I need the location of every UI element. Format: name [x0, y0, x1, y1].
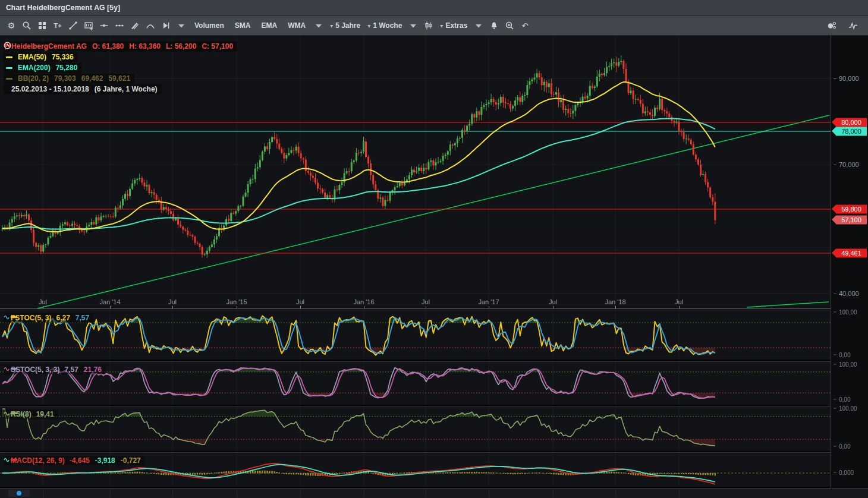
- date-range-detail: (6 Jahre, 1 Woche): [95, 85, 158, 94]
- undo-icon[interactable]: ↶: [517, 18, 533, 33]
- legend-ema200-row[interactable]: EMA(200) 75,280: [4, 63, 81, 73]
- price-axis-tick: 70,000: [834, 161, 859, 168]
- price-flag-57100: 57,100: [836, 216, 867, 225]
- toolbar-left-group: ⚙T+VolumenSMAEMAWMA▾5 Jahre▾1 Woche▾Extr…: [0, 16, 533, 35]
- price-flag-78000: 78,000: [836, 127, 867, 136]
- tools-dropdown-icon[interactable]: [174, 18, 189, 33]
- indicator-settings-icon[interactable]: [81, 18, 96, 33]
- rsi-panel[interactable]: RSI(8) 19,41: [0, 406, 831, 451]
- toolbar-right-group: [824, 16, 868, 35]
- sstoc-canvas[interactable]: [0, 362, 831, 405]
- arc-tool-icon[interactable]: [143, 18, 158, 33]
- settings-gear-icon[interactable]: ⚙: [4, 18, 19, 33]
- ema-button[interactable]: EMA: [256, 18, 282, 33]
- ma-dropdown-icon[interactable]: [311, 18, 326, 33]
- price-panel-legend: HeidelbergCement AG O: 61,380 H: 63,360 …: [4, 42, 237, 94]
- extras-select-value: Extras: [445, 21, 467, 30]
- volumen-button[interactable]: Volumen: [189, 18, 229, 33]
- add-text-icon[interactable]: T+: [50, 18, 65, 33]
- bottom-bar-separator: [43, 490, 43, 497]
- extras-dropdown-icon[interactable]: [471, 18, 486, 33]
- fibonacci-tool-icon[interactable]: [112, 18, 127, 33]
- window-title: Chart HeidelbergCement AG [5y]: [0, 4, 120, 12]
- price-panel[interactable]: HeidelbergCement AG O: 61,380 H: 63,360 …: [0, 36, 831, 309]
- zoom-in-icon[interactable]: [502, 18, 517, 33]
- sstoc-panel[interactable]: SSTOC(5, 3, 3) 7,5721,76: [0, 361, 831, 405]
- rsi-canvas[interactable]: [0, 406, 831, 451]
- fstoc-axis-100: 100,00: [834, 309, 857, 316]
- layout-grid-icon[interactable]: [34, 18, 50, 33]
- macd-axis-zero: 0,000: [834, 469, 854, 476]
- sma-button[interactable]: SMA: [229, 18, 256, 33]
- bottom-bar-separator: [110, 490, 111, 497]
- bottom-bar-separator: [489, 490, 489, 497]
- ema200-label: EMA(200): [18, 64, 51, 73]
- legend-ema50-row[interactable]: EMA(50) 75,336: [4, 52, 78, 62]
- close-value: C: 57,100: [202, 42, 233, 51]
- sstoc-label: SSTOC(5, 3, 3): [11, 365, 59, 374]
- timeframe-select[interactable]: ▾1 Woche: [364, 18, 405, 33]
- macd-value-1: -3,918: [95, 456, 115, 465]
- bottom-bar-separator: [553, 490, 553, 497]
- bollinger-label: BB(20, 2): [18, 74, 49, 83]
- sstoc-legend[interactable]: SSTOC(5, 3, 3) 7,5721,76: [4, 365, 106, 374]
- legend-instrument-row[interactable]: HeidelbergCement AG O: 61,380 H: 63,360 …: [4, 42, 237, 52]
- macd-panel[interactable]: MACD(12, 26, 9) -4,645-3,918-0,727: [0, 452, 831, 487]
- macd-legend[interactable]: MACD(12, 26, 9) -4,645-3,918-0,727: [4, 456, 145, 465]
- low-value: L: 56,200: [166, 42, 196, 51]
- bottom-scrollbar[interactable]: [0, 488, 868, 498]
- bottom-bar-separator: [679, 490, 680, 497]
- rsi-axis-100: 100,00: [834, 405, 857, 412]
- svg-text:T+: T+: [54, 22, 61, 29]
- range-select[interactable]: ▾5 Jahre: [326, 18, 364, 33]
- main-toolbar: ⚙T+VolumenSMAEMAWMA▾5 Jahre▾1 Woche▾Extr…: [0, 16, 868, 36]
- trendline-tool-icon[interactable]: [65, 18, 81, 33]
- extras-select[interactable]: ▾Extras: [436, 18, 471, 33]
- charting-application: Chart HeidelbergCement AG [5y] ⚙T+Volume…: [0, 0, 868, 498]
- bollinger-upper-value: 79,303: [54, 74, 76, 83]
- price-flag-59800: 59,800: [836, 205, 867, 214]
- price-axis-tick: 90,000: [834, 75, 859, 82]
- rsi-value-0: 19,41: [36, 410, 54, 418]
- macd-value-0: -4,645: [70, 456, 90, 465]
- open-value: O: 61,380: [92, 42, 124, 51]
- rsi-legend[interactable]: RSI(8) 19,41: [4, 409, 58, 419]
- ema200-value: 75,280: [56, 64, 78, 73]
- fstoc-canvas[interactable]: [0, 310, 831, 360]
- macd-label: MACD(12, 26, 9): [11, 456, 65, 465]
- bollinger-lower-value: 59,621: [108, 74, 130, 83]
- draw-tool-icon[interactable]: [127, 18, 143, 33]
- ema50-value: 75,336: [52, 53, 74, 62]
- timeframe-dropdown-icon[interactable]: [405, 18, 421, 33]
- search-icon[interactable]: [19, 18, 34, 33]
- bollinger-color-dash-icon: [6, 78, 12, 80]
- bubbles-view-icon[interactable]: [824, 18, 839, 33]
- rsi-values: 19,41: [36, 410, 54, 418]
- svg-text:↶: ↶: [522, 21, 529, 30]
- price-axis-column[interactable]: 90,00070,00040,00080,00078,00059,80057,1…: [831, 36, 868, 488]
- chart-type-candlestick-icon[interactable]: [421, 18, 436, 33]
- bottom-bar-separator: [364, 490, 364, 497]
- scrollbar-handle[interactable]: [8, 490, 30, 497]
- sstoc-values: 7,5721,76: [64, 365, 101, 374]
- cursor-tool-icon[interactable]: [158, 18, 174, 33]
- window-titlebar[interactable]: Chart HeidelbergCement AG [5y]: [0, 0, 868, 16]
- blue-dot-indicator: [17, 491, 21, 496]
- price-flag-80000: 80,000: [836, 118, 867, 127]
- wma-button[interactable]: WMA: [282, 18, 311, 33]
- rsi-axis-0: 0,00: [834, 443, 850, 450]
- horizontal-line-tool-icon[interactable]: [96, 18, 112, 33]
- legend-daterange-row: 25.02.2013 - 15.10.2018 (6 Jahre, 1 Woch…: [4, 84, 162, 94]
- line-chart-view-icon[interactable]: [845, 18, 861, 33]
- fstoc-panel[interactable]: FSTOC(5, 3) 6,277,57: [0, 310, 831, 360]
- sstoc-axis-0: 0,00: [834, 396, 850, 403]
- svg-text:⚙: ⚙: [8, 21, 15, 30]
- ema50-label: EMA(50): [18, 53, 46, 62]
- alert-bell-icon[interactable]: [486, 18, 502, 33]
- fstoc-values: 6,277,57: [56, 314, 89, 322]
- fstoc-legend[interactable]: FSTOC(5, 3) 6,277,57: [4, 313, 93, 323]
- extras-select-caret-icon: ▾: [440, 23, 443, 29]
- legend-bollinger-row[interactable]: BB(20, 2) 79,303 69,462 59,621: [4, 74, 134, 84]
- bollinger-middle-value: 69,462: [81, 74, 103, 83]
- high-value: H: 63,360: [129, 42, 161, 51]
